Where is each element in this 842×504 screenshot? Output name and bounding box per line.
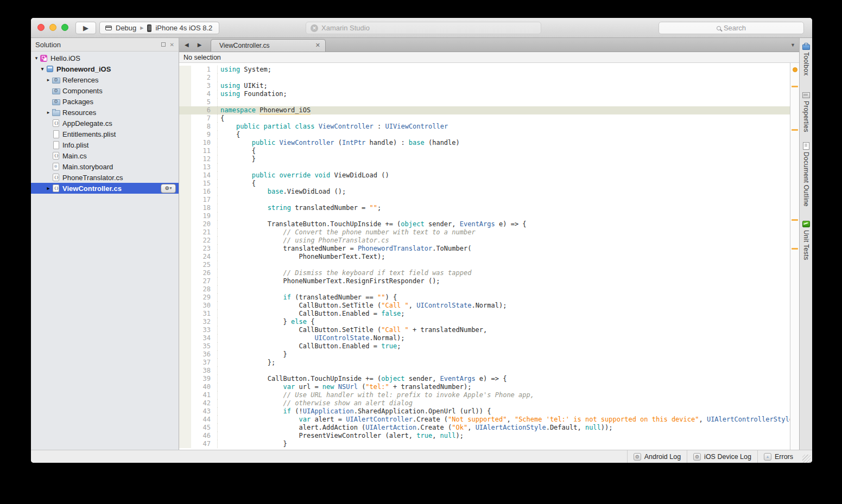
code-line[interactable]: 19 <box>179 212 790 220</box>
code-line[interactable]: 9 { <box>179 131 790 139</box>
tab-viewcontroller-cs[interactable]: ViewController.cs ✕ <box>211 39 326 52</box>
code-line[interactable]: 3using UIKit; <box>179 82 790 90</box>
search-input[interactable]: Search <box>659 22 804 34</box>
expander-closed-icon[interactable]: ▸ <box>45 186 52 191</box>
close-tab-icon[interactable]: ✕ <box>315 42 320 49</box>
expander-closed-icon[interactable]: ▸ <box>45 110 52 115</box>
code-line[interactable]: 47 } <box>179 440 790 448</box>
change-marker-line[interactable] <box>792 248 798 250</box>
dock-tab-document-outline[interactable]: Document Outline <box>800 141 812 207</box>
navigate-forward-icon[interactable]: ▶ <box>198 42 202 48</box>
code-line[interactable]: 33 CallButton.SetTitle ("Call " + transl… <box>179 326 790 334</box>
dock-pad-icon[interactable] <box>161 42 166 47</box>
expander-open-icon[interactable]: ▾ <box>33 55 40 61</box>
code-line[interactable]: 7{ <box>179 114 790 123</box>
code-line[interactable]: 39 CallButton.TouchUpInside += (object s… <box>179 375 790 383</box>
line-number: 44 <box>191 416 211 424</box>
code-line[interactable]: 34 UIControlState.Normal); <box>179 334 790 342</box>
code-line[interactable]: 18 string translatedNumber = ""; <box>179 204 790 212</box>
code-line[interactable]: 45 alert.AddAction (UIAlertAction.Create… <box>179 424 790 432</box>
code-line[interactable]: 37 }; <box>179 359 790 367</box>
change-marker-line[interactable] <box>792 129 798 131</box>
code-line[interactable]: 21 // Convert the phone number with text… <box>179 228 790 237</box>
code-line[interactable]: 1using System; <box>179 66 790 74</box>
code-line[interactable]: 13 <box>179 163 790 171</box>
code-line[interactable]: 12 } <box>179 155 790 163</box>
tree-item-main-cs[interactable]: Main.cs <box>31 150 179 161</box>
item-options-gear-button[interactable]: ⚙▾ <box>161 184 176 193</box>
build-configuration-selector[interactable]: Debug ▶ iPhone 4s iOS 8.2 <box>99 22 219 34</box>
dock-tab-label: Properties <box>802 101 810 132</box>
dock-tab-properties[interactable]: Properties <box>800 90 812 132</box>
code-editor[interactable]: 1using System;23using UIKit;4using Found… <box>179 63 790 450</box>
close-window-button[interactable] <box>37 24 45 31</box>
code-line[interactable]: 6namespace Phoneword_iOS <box>179 106 790 114</box>
code-line[interactable]: 44 var alert = UIAlertController.Create … <box>179 416 790 424</box>
code-line[interactable]: 42 // otherwise show an alert dialog <box>179 399 790 407</box>
change-marker-line[interactable] <box>792 219 798 221</box>
tab-list-dropdown-icon[interactable]: ▼ <box>790 42 795 48</box>
tree-item-appdelegate-cs[interactable]: AppDelegate.cs <box>31 118 179 129</box>
code-line[interactable]: 11 { <box>179 147 790 155</box>
code-line[interactable]: 8 public partial class ViewController : … <box>179 123 790 131</box>
gutter-margin <box>179 114 191 123</box>
code-line[interactable]: 17 <box>179 196 790 204</box>
tree-item-entitlements-plist[interactable]: Entitlements.plist <box>31 129 179 139</box>
code-line[interactable]: 29 if (translatedNumber == "") { <box>179 294 790 302</box>
code-line[interactable]: 22 // using PhoneTranslator.cs <box>179 237 790 245</box>
code-line[interactable]: 10 public ViewController (IntPtr handle)… <box>179 139 790 147</box>
minimize-window-button[interactable] <box>49 24 56 31</box>
tree-item-phoneword-ios[interactable]: ▾Phoneword_iOS <box>31 63 179 74</box>
annotation-scrollbar[interactable] <box>790 63 799 450</box>
expander-open-icon[interactable]: ▾ <box>39 66 46 72</box>
code-line[interactable]: 23 translatedNumber = PhonewordTranslato… <box>179 245 790 253</box>
line-number: 43 <box>191 407 211 416</box>
code-line[interactable]: 32 } else { <box>179 318 790 326</box>
code-line[interactable]: 31 CallButton.Enabled = false; <box>179 310 790 318</box>
code-line[interactable]: 36 } <box>179 350 790 359</box>
pad-button-ios-device-log[interactable]: ⚙iOS Device Log <box>687 450 757 463</box>
tree-item-packages[interactable]: Packages <box>31 96 179 107</box>
resize-grip[interactable] <box>802 455 811 463</box>
change-marker-dot[interactable] <box>793 67 797 72</box>
code-line[interactable]: 43 if (!UIApplication.SharedApplication.… <box>179 407 790 416</box>
code-line[interactable]: 20 TranslateButton.TouchUpInside += (obj… <box>179 220 790 228</box>
code-line[interactable]: 27 PhoneNumberText.ResignFirstResponder … <box>179 277 790 285</box>
code-line[interactable]: 2 <box>179 74 790 82</box>
code-line[interactable]: 26 // Dismiss the keyboard if text field… <box>179 269 790 277</box>
tree-item-phonetranslator-cs[interactable]: PhoneTranslator.cs <box>31 172 179 183</box>
tree-item-info-plist[interactable]: Info.plist <box>31 139 179 150</box>
code-line[interactable]: 41 // Use URL handler with tel: prefix t… <box>179 391 790 399</box>
code-line[interactable]: 4using Foundation; <box>179 90 790 98</box>
code-line[interactable]: 15 { <box>179 180 790 188</box>
code-line[interactable]: 35 CallButton.Enabled = true; <box>179 342 790 350</box>
expander-closed-icon[interactable]: ▸ <box>45 77 52 82</box>
code-line[interactable]: 30 CallButton.SetTitle ("Call ", UIContr… <box>179 302 790 310</box>
code-line[interactable]: 46 PresentViewController (alert, true, n… <box>179 432 790 440</box>
dock-tab-unit-tests[interactable]: Unit Tests <box>800 219 812 260</box>
code-text: using Foundation; <box>217 90 790 98</box>
pad-button-errors[interactable]: ▲Errors <box>757 450 799 463</box>
code-line[interactable]: 38 <box>179 367 790 375</box>
tree-item-label: Main.cs <box>62 152 179 160</box>
pad-button-android-log[interactable]: ⚙Android Log <box>627 450 687 463</box>
tree-item-hello-ios[interactable]: ▾Hello.iOS <box>31 53 179 63</box>
tree-item-main-storyboard[interactable]: Main.storyboard <box>31 161 179 172</box>
tree-item-viewcontroller-cs[interactable]: ▸ViewController.cs⚙▾ <box>31 183 179 194</box>
code-line[interactable]: 14 public override void ViewDidLoad () <box>179 171 790 180</box>
code-line[interactable]: 28 <box>179 285 790 294</box>
run-button[interactable]: ▶ <box>75 22 96 34</box>
dock-tab-toolbox[interactable]: Toolbox <box>800 41 812 75</box>
close-pad-icon[interactable]: ✕ <box>170 42 174 48</box>
tree-item-resources[interactable]: ▸Resources <box>31 107 179 118</box>
zoom-window-button[interactable] <box>61 24 68 31</box>
change-marker-line[interactable] <box>792 86 798 87</box>
code-line[interactable]: 16 base.ViewDidLoad (); <box>179 188 790 196</box>
code-line[interactable]: 24 PhoneNumberText.Text); <box>179 253 790 261</box>
code-line[interactable]: 25 <box>179 261 790 269</box>
tree-item-components[interactable]: Components <box>31 85 179 96</box>
tree-item-references[interactable]: ▸References <box>31 74 179 85</box>
code-line[interactable]: 40 var url = new NSUrl ("tel:" + transla… <box>179 383 790 391</box>
code-line[interactable]: 5 <box>179 98 790 106</box>
navigate-back-icon[interactable]: ◀ <box>185 42 189 48</box>
